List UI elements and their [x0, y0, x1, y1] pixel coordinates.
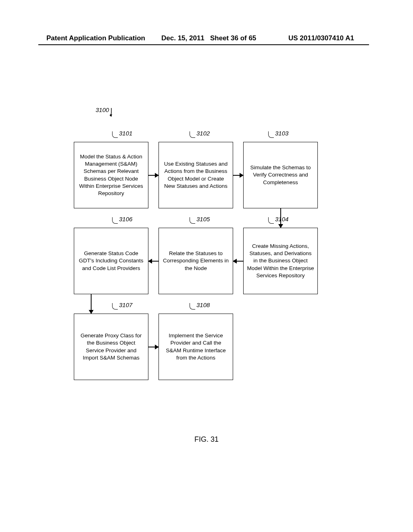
header-date-sheet: Dec. 15, 2011 Sheet 36 of 65: [161, 34, 256, 42]
label-3105: 3105: [190, 216, 210, 224]
label-3102: 3102: [190, 130, 210, 138]
arrow-3101-to-3102: [148, 175, 159, 176]
hook-icon: [190, 303, 195, 310]
arrow-3105-to-3106: [148, 261, 159, 262]
hook-3100-icon: [110, 108, 116, 115]
arrow-3107-to-3108: [148, 347, 159, 347]
box-3107: Generate Proxy Class for the Business Ob…: [74, 314, 148, 380]
hook-icon: [268, 131, 274, 138]
hook-icon: [190, 131, 195, 138]
box-3106: Generate Status Code GDT's Including Con…: [74, 228, 148, 294]
box-3102: Use Existing Statuses and Actions from t…: [159, 142, 233, 208]
header-rule: [38, 44, 369, 45]
box-3108: Implement the Service Provider and Call …: [159, 314, 233, 380]
box-3103: Simulate the Schemas to Verify Correctne…: [243, 142, 318, 208]
hook-icon: [112, 131, 118, 138]
label-3100: 3100: [96, 106, 109, 113]
box-3101: Model the Status & Action Management (S&…: [74, 142, 148, 208]
label-3106: 3106: [112, 216, 132, 224]
hook-icon: [112, 217, 118, 224]
hook-icon: [112, 303, 118, 310]
box-3105: Relate the Statuses to Corresponding Ele…: [159, 228, 233, 294]
header-date: Dec. 15, 2011: [161, 34, 204, 42]
label-3107: 3107: [112, 301, 132, 310]
label-3108: 3108: [190, 301, 210, 310]
label-3103: 3103: [268, 130, 288, 138]
figure-caption: FIG. 31: [0, 435, 413, 444]
header-pubnum: US 2011/0307410 A1: [288, 34, 354, 42]
label-3101: 3101: [112, 130, 132, 138]
header-publication: Patent Application Publication: [46, 34, 145, 42]
hook-icon: [268, 217, 274, 224]
box-3104: Create Missing Actions, Statuses, and De…: [243, 228, 318, 294]
header-sheet: Sheet 36 of 65: [210, 34, 256, 42]
arrow-3102-to-3103: [233, 175, 243, 176]
label-3104: 3104: [268, 216, 288, 224]
hook-icon: [190, 217, 195, 224]
arrow-3104-to-3105: [233, 261, 243, 262]
arrow-3106-to-3107: [91, 294, 92, 314]
